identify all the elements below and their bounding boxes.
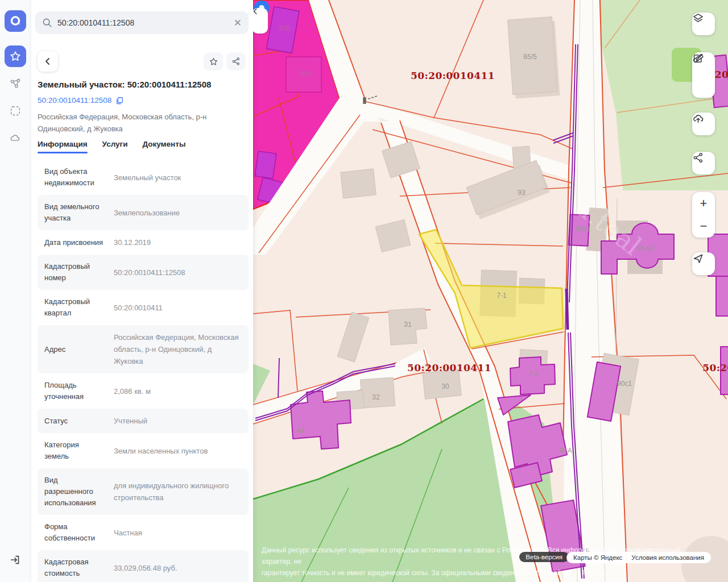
tab-bar: ИнформацияУслугиДокументы bbox=[38, 140, 185, 153]
info-row-label: Вид земельного участка bbox=[44, 201, 105, 224]
zoom-in-button[interactable]: + bbox=[692, 192, 715, 215]
info-row-value: для индивидуального жилищного строительс… bbox=[114, 480, 242, 504]
layers-control bbox=[692, 13, 715, 35]
info-row: Кадастровая стоимость33,029,056.48 руб. bbox=[38, 550, 249, 582]
info-row-label: Кадастровый квартал bbox=[44, 296, 105, 319]
info-row: Площадь уточненная2,086 кв. м bbox=[38, 373, 249, 409]
star-icon bbox=[9, 50, 22, 63]
cadastral-link-row: 50:20:0010411:12508 bbox=[38, 96, 123, 105]
info-row-label: Дата присвоения bbox=[44, 237, 105, 248]
back-button[interactable] bbox=[38, 51, 58, 72]
info-row: Вид разрешенного использованиядля индиви… bbox=[38, 468, 249, 515]
info-row-value: 33,029,056.48 руб. bbox=[114, 562, 242, 574]
search-bar[interactable]: ✕ bbox=[35, 11, 249, 34]
upload-button[interactable] bbox=[692, 113, 715, 135]
share-nodes-icon bbox=[692, 152, 704, 164]
edit-pencil-icon bbox=[692, 52, 704, 64]
tab-2[interactable]: Документы bbox=[143, 140, 186, 153]
app-logo[interactable] bbox=[5, 10, 26, 32]
logo-a-icon bbox=[9, 15, 22, 27]
navigation-arrow-icon bbox=[692, 252, 704, 264]
info-row-value: 30.12.2019 bbox=[114, 236, 242, 248]
cadastral-number-link[interactable]: 50:20:0010411:12508 bbox=[38, 96, 111, 105]
search-icon bbox=[42, 18, 52, 28]
zoom-control: + − bbox=[692, 192, 715, 238]
copy-icon[interactable] bbox=[115, 97, 123, 105]
info-row-value: Земли населенных пунктов bbox=[114, 445, 242, 457]
info-row: Кадастровый номер50:20:0010411:12508 bbox=[38, 255, 249, 290]
info-row-label: Статус bbox=[44, 415, 105, 427]
dashed-square-icon bbox=[9, 105, 22, 117]
object-address: Российская Федерация, Московская область… bbox=[38, 111, 237, 135]
info-row-label: Вид объекта недвижимости bbox=[44, 166, 105, 189]
share-nodes-icon bbox=[231, 57, 241, 66]
cadastral-map-graphics bbox=[253, 0, 728, 582]
edit-button[interactable] bbox=[692, 75, 715, 98]
terms-of-use-link[interactable]: Условия использования bbox=[631, 554, 704, 561]
info-row-label: Вид разрешенного использования bbox=[44, 475, 105, 509]
info-row-value: 50:20:0010411 bbox=[114, 302, 242, 314]
info-row-label: Форма собственности bbox=[44, 521, 105, 544]
star-outline-icon bbox=[209, 57, 218, 66]
info-row-value: Земельный участок bbox=[114, 172, 242, 184]
upload-control bbox=[692, 113, 715, 135]
info-row-label: Кадастровая стоимость bbox=[44, 556, 105, 579]
tab-1[interactable]: Услуги bbox=[102, 140, 128, 153]
info-row-label: Категория земель bbox=[44, 439, 105, 462]
sidebar-item-polygon-tool[interactable] bbox=[5, 73, 26, 94]
info-row-value: Российская Федерация, Московская область… bbox=[114, 331, 242, 367]
map-attribution: Карты © Яндекс Условия использования bbox=[566, 552, 711, 563]
sidebar-item-favorites[interactable] bbox=[5, 45, 26, 67]
page-title: Земельный участок: 50:20:0010411:12508 bbox=[38, 80, 247, 89]
info-row-label: Адрес bbox=[44, 344, 105, 355]
measure-edit-control bbox=[692, 52, 715, 98]
sign-in-icon bbox=[9, 554, 22, 566]
share-button[interactable] bbox=[226, 52, 246, 70]
favorite-button[interactable] bbox=[204, 52, 223, 70]
info-table: Вид объекта недвижимостиЗемельный участо… bbox=[38, 160, 249, 582]
icon-rail bbox=[0, 0, 31, 582]
app-window: ✕ Земельный участок: 50:20:0010411:12508… bbox=[0, 0, 728, 582]
detail-panel: ✕ Земельный участок: 50:20:0010411:12508… bbox=[31, 0, 253, 582]
share-control bbox=[692, 152, 715, 174]
chevron-left-icon bbox=[253, 8, 259, 15]
info-row-label: Кадастровый номер bbox=[44, 261, 105, 284]
cloud-icon bbox=[9, 132, 22, 144]
tab-0[interactable]: Информация bbox=[38, 140, 88, 153]
collapse-panel-button[interactable] bbox=[253, 8, 268, 34]
chevron-left-icon bbox=[44, 57, 52, 65]
sidebar-item-cloud[interactable] bbox=[5, 127, 26, 149]
sign-in-button[interactable] bbox=[5, 549, 26, 571]
sidebar-item-select-area[interactable] bbox=[5, 100, 26, 122]
info-row-value: 50:20:0010411:12508 bbox=[114, 267, 242, 278]
info-row-label: Площадь уточненная bbox=[44, 380, 105, 402]
info-row: Кадастровый квартал50:20:0010411 bbox=[38, 290, 249, 325]
info-row: Форма собственностиЧастная bbox=[38, 515, 249, 550]
locate-control bbox=[692, 252, 715, 275]
info-row: Дата присвоения30.12.2019 bbox=[38, 230, 249, 255]
polygon-nodes-icon bbox=[9, 77, 22, 90]
layers-icon bbox=[692, 13, 704, 24]
info-row-value: Частная bbox=[114, 527, 242, 539]
clear-search-icon[interactable]: ✕ bbox=[234, 18, 242, 28]
info-row: Вид объекта недвижимостиЗемельный участо… bbox=[38, 160, 249, 195]
info-row: Категория земельЗемли населенных пунктов bbox=[38, 433, 249, 468]
info-row: СтатусУчтенный bbox=[38, 409, 249, 433]
cloud-upload-icon bbox=[692, 113, 704, 124]
info-row-value: Учтенный bbox=[114, 415, 242, 427]
share-map-button[interactable] bbox=[692, 152, 715, 174]
locate-button[interactable] bbox=[692, 252, 715, 275]
zoom-out-button[interactable]: − bbox=[692, 215, 715, 238]
beta-badge: Beta-версия bbox=[519, 552, 569, 562]
info-row: АдресРоссийская Федерация, Московская об… bbox=[38, 325, 249, 373]
yandex-copyright[interactable]: Карты © Яндекс bbox=[573, 554, 622, 561]
map-layers-button[interactable] bbox=[692, 13, 715, 35]
map-canvas[interactable]: a.teal 50:20:001041150:20:00104112050:20… bbox=[253, 0, 728, 582]
search-input[interactable] bbox=[57, 18, 229, 27]
info-row: Вид земельного участкаЗемлепользование bbox=[38, 195, 249, 230]
info-row-value: Землепользование bbox=[114, 207, 242, 219]
info-row-value: 2,086 кв. м bbox=[114, 385, 242, 397]
